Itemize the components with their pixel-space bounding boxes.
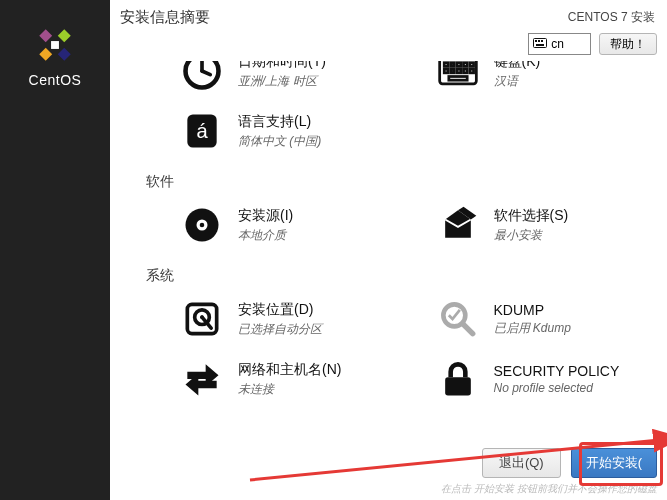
disc-icon (180, 203, 224, 247)
svg-rect-19 (444, 69, 448, 73)
help-button[interactable]: 帮助！ (599, 33, 657, 55)
keyboard-icon (436, 61, 480, 93)
svg-rect-9 (536, 44, 544, 46)
sidebar: CentOS (0, 0, 110, 500)
svg-rect-15 (450, 63, 454, 67)
spoke-sub: 最小安装 (494, 227, 569, 244)
svg-rect-23 (469, 69, 473, 73)
svg-line-35 (462, 324, 472, 334)
spokes-area: 日期和时间(T) 亚洲/上海 时区 键盘(K) 汉语 (110, 61, 667, 500)
svg-rect-1 (39, 48, 52, 61)
svg-rect-21 (457, 69, 461, 73)
spoke-title: 语言支持(L) (238, 113, 321, 131)
section-system: 系统 (146, 267, 651, 285)
keyboard-layout-indicator[interactable]: cn (528, 33, 591, 55)
svg-rect-3 (58, 48, 71, 61)
quit-button[interactable]: 退出(Q) (482, 448, 561, 478)
svg-rect-5 (534, 39, 547, 48)
spoke-install-destination[interactable]: 安装位置(D) 已选择自动分区 (140, 291, 396, 351)
network-arrows-icon (180, 357, 224, 401)
svg-rect-2 (39, 29, 52, 42)
spoke-sub: 汉语 (494, 73, 541, 90)
footer: 退出(Q) 开始安装( 在点击 开始安装 按钮前我们并不会操作您的磁盘 (431, 438, 667, 500)
spoke-kdump[interactable]: KDUMP 已启用 Kdump (396, 291, 652, 351)
svg-rect-0 (58, 29, 71, 42)
begin-install-button[interactable]: 开始安装( (571, 448, 657, 478)
centos-logo-icon (34, 24, 76, 66)
page-title: 安装信息摘要 (120, 8, 210, 27)
brand-label: CentOS (29, 72, 82, 88)
footer-hint: 在点击 开始安装 按钮前我们并不会操作您的磁盘 (441, 482, 657, 496)
svg-rect-24 (448, 77, 466, 81)
spoke-sub: 简体中文 (中国) (238, 133, 321, 150)
spoke-install-source[interactable]: 安装源(I) 本地介质 (140, 197, 396, 257)
svg-rect-17 (463, 63, 467, 67)
spoke-sub: 本地介质 (238, 227, 293, 244)
spoke-language[interactable]: á 语言支持(L) 简体中文 (中国) (140, 103, 396, 163)
spoke-title: 日期和时间(T) (238, 61, 326, 71)
svg-rect-22 (463, 69, 467, 73)
keyboard-small-icon (533, 37, 547, 51)
svg-text:á: á (196, 120, 208, 142)
svg-line-12 (202, 71, 210, 75)
spoke-security-policy[interactable]: SECURITY POLICY No profile selected (396, 351, 652, 411)
installer-label: CENTOS 7 安装 (568, 9, 655, 26)
svg-rect-4 (51, 41, 59, 49)
spoke-sub: No profile selected (494, 381, 620, 395)
spoke-sub: 未连接 (238, 381, 341, 398)
package-icon (436, 203, 480, 247)
svg-rect-7 (538, 40, 540, 42)
keyboard-layout-code: cn (551, 37, 564, 51)
section-software: 软件 (146, 173, 651, 191)
clock-icon (180, 61, 224, 93)
spoke-sub: 已选择自动分区 (238, 321, 322, 338)
lock-icon (436, 357, 480, 401)
svg-rect-14 (444, 63, 448, 67)
svg-rect-18 (469, 63, 473, 67)
spoke-sub: 已启用 Kdump (494, 320, 571, 337)
spoke-title: 软件选择(S) (494, 207, 569, 225)
spoke-title: 安装源(I) (238, 207, 293, 225)
spoke-title: 键盘(K) (494, 61, 541, 71)
spoke-title: KDUMP (494, 302, 571, 318)
svg-rect-6 (535, 40, 537, 42)
spoke-sub: 亚洲/上海 时区 (238, 73, 326, 90)
spoke-datetime[interactable]: 日期和时间(T) 亚洲/上海 时区 (140, 61, 396, 103)
svg-rect-20 (450, 69, 454, 73)
language-icon: á (180, 109, 224, 153)
svg-rect-36 (445, 377, 471, 395)
harddrive-icon (180, 297, 224, 341)
header: 安装信息摘要 CENTOS 7 安装 (110, 0, 667, 33)
svg-rect-8 (541, 40, 543, 42)
spoke-software-selection[interactable]: 软件选择(S) 最小安装 (396, 197, 652, 257)
spoke-title: SECURITY POLICY (494, 363, 620, 379)
spoke-keyboard[interactable]: 键盘(K) 汉语 (396, 61, 652, 103)
svg-point-29 (200, 223, 205, 228)
spoke-title: 安装位置(D) (238, 301, 322, 319)
spoke-network[interactable]: 网络和主机名(N) 未连接 (140, 351, 396, 411)
svg-rect-16 (457, 63, 461, 67)
magnifier-icon (436, 297, 480, 341)
main-panel: 安装信息摘要 CENTOS 7 安装 cn 帮助！ (110, 0, 667, 500)
spoke-title: 网络和主机名(N) (238, 361, 341, 379)
